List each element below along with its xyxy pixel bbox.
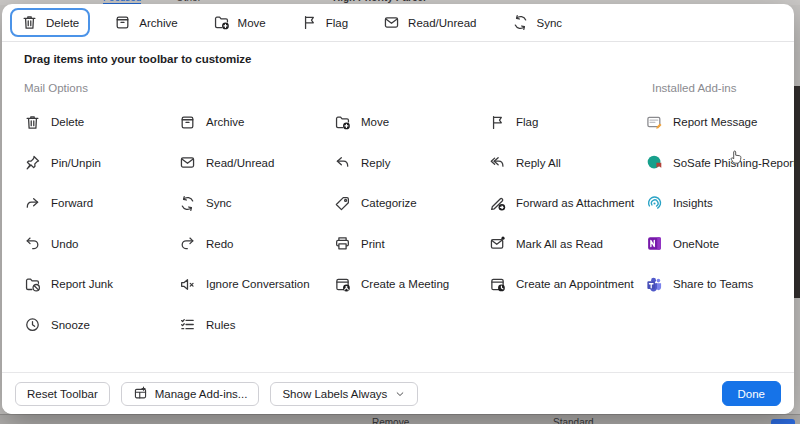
toolbar-item-move[interactable]: Move	[202, 8, 277, 37]
appointment-icon	[489, 276, 506, 293]
grid-item-forward-as-attachment[interactable]: Forward as Attachment	[489, 195, 644, 212]
item-label: Delete	[51, 116, 84, 128]
done-label: Done	[738, 388, 766, 400]
toolbar-item-flag[interactable]: Flag	[290, 8, 359, 37]
rules-icon	[179, 316, 196, 333]
addin-item-share-to-teams[interactable]: Share to Teams	[646, 276, 794, 293]
grid-item-categorize[interactable]: Categorize	[334, 195, 489, 212]
archive-icon	[179, 114, 196, 131]
item-label: Undo	[51, 238, 79, 250]
manage-addins-icon	[133, 386, 148, 401]
done-button[interactable]: Done	[722, 381, 782, 406]
item-label: Ignore Conversation	[206, 278, 310, 290]
move-folder-icon	[334, 114, 351, 131]
item-label: Reply All	[516, 157, 561, 169]
clock-icon	[24, 316, 41, 333]
grid-item-read-unread[interactable]: Read/Unread	[179, 154, 334, 171]
addin-item-sosafe-phishing-reportin[interactable]: SoSafe Phishing-Reportin	[646, 154, 794, 171]
trash-icon	[24, 114, 41, 131]
move-folder-icon	[213, 14, 230, 31]
addins-list: Report MessageSoSafe Phishing-ReportinIn…	[646, 102, 794, 305]
grid-item-undo[interactable]: Undo	[24, 235, 179, 252]
item-label: Snooze	[51, 319, 90, 331]
show-labels-value: Show Labels Always	[282, 388, 387, 400]
grid-item-reply[interactable]: Reply	[334, 154, 489, 171]
grid-item-rules[interactable]: Rules	[179, 316, 334, 333]
grid-item-archive[interactable]: Archive	[179, 114, 334, 131]
item-label: Print	[361, 238, 385, 250]
meeting-icon	[334, 276, 351, 293]
grid-item-reply-all[interactable]: Reply All	[489, 154, 644, 171]
grid-item-report-junk[interactable]: Report Junk	[24, 276, 179, 293]
toolbar-item-sync[interactable]: Sync	[501, 8, 574, 37]
chevron-down-icon	[394, 388, 406, 400]
item-label: Archive	[206, 116, 244, 128]
flag-icon	[489, 114, 506, 131]
item-label: Insights	[673, 197, 713, 209]
addin-item-onenote[interactable]: OneNote	[646, 235, 794, 252]
background-app-bottom: RemoveStandard	[0, 414, 800, 424]
item-label: Reply	[361, 157, 390, 169]
grid-item-move[interactable]: Move	[334, 114, 489, 131]
hand-cursor	[729, 147, 747, 169]
addin-item-report-message[interactable]: Report Message	[646, 114, 794, 131]
printer-icon	[334, 235, 351, 252]
show-labels-dropdown[interactable]: Show Labels Always	[270, 382, 418, 406]
grid-item-forward[interactable]: Forward	[24, 195, 179, 212]
dialog-body: Drag items into your toolbar to customiz…	[2, 42, 794, 345]
item-label: Report Junk	[51, 278, 113, 290]
background-fragment: Standard	[553, 417, 594, 424]
item-label: Categorize	[361, 197, 417, 209]
grid-item-mark-all-as-read[interactable]: Mark All as Read	[489, 235, 644, 252]
forward-attachment-icon	[489, 195, 506, 212]
mute-icon	[179, 276, 196, 293]
grid-item-flag[interactable]: Flag	[489, 114, 644, 131]
onenote-icon	[646, 235, 663, 252]
item-label: Flag	[326, 17, 348, 29]
addin-item-insights[interactable]: Insights	[646, 195, 794, 212]
background-fragment: Remove	[372, 417, 409, 424]
item-label: Move	[361, 116, 389, 128]
toolbar-item-archive[interactable]: Archive	[103, 8, 188, 37]
pin-icon	[24, 154, 41, 171]
teams-icon	[646, 276, 663, 293]
sync-icon	[179, 195, 196, 212]
grid-item-create-an-appointment[interactable]: Create an Appointment	[489, 276, 644, 293]
grid-item-snooze[interactable]: Snooze	[24, 316, 179, 333]
toolbar-item-read-unread[interactable]: Read/Unread	[372, 8, 487, 37]
reset-toolbar-button[interactable]: Reset Toolbar	[15, 382, 110, 406]
report-junk-icon	[24, 276, 41, 293]
toolbar-item-delete[interactable]: Delete	[10, 8, 90, 37]
item-label: Rules	[206, 319, 235, 331]
grid-item-ignore-conversation[interactable]: Ignore Conversation	[179, 276, 334, 293]
item-label: Move	[238, 17, 266, 29]
forward-icon	[24, 195, 41, 212]
background-dark-edge	[794, 86, 800, 298]
manage-addins-button[interactable]: Manage Add-ins...	[121, 382, 260, 406]
tag-icon	[334, 195, 351, 212]
top-toolbar: DeleteArchiveMoveFlagRead/UnreadSync	[2, 4, 794, 42]
background-fragment: High Priority Parcel	[333, 0, 426, 3]
item-label: Pin/Unpin	[51, 157, 101, 169]
trash-icon	[21, 14, 38, 31]
item-label: Delete	[46, 17, 79, 29]
installed-addins-header: Installed Add-ins	[646, 82, 794, 94]
reply-all-icon	[489, 154, 506, 171]
grid-item-create-a-meeting[interactable]: Create a Meeting	[334, 276, 489, 293]
grid-item-sync[interactable]: Sync	[179, 195, 334, 212]
envelope-icon	[179, 154, 196, 171]
mark-all-read-icon	[489, 235, 506, 252]
item-label: Forward as Attachment	[516, 197, 634, 209]
grid-item-redo[interactable]: Redo	[179, 235, 334, 252]
sync-icon	[512, 14, 529, 31]
report-message-icon	[646, 114, 663, 131]
grid-item-print[interactable]: Print	[334, 235, 489, 252]
item-label: Archive	[139, 17, 177, 29]
item-label: Mark All as Read	[516, 238, 603, 250]
item-label: Read/Unread	[206, 157, 274, 169]
mail-options-header: Mail Options	[24, 82, 646, 94]
sosafe-icon	[646, 154, 663, 171]
grid-item-pin-unpin[interactable]: Pin/Unpin	[24, 154, 179, 171]
mail-options-grid: DeleteArchiveMoveFlagPin/UnpinRead/Unrea…	[24, 102, 646, 345]
grid-item-delete[interactable]: Delete	[24, 114, 179, 131]
